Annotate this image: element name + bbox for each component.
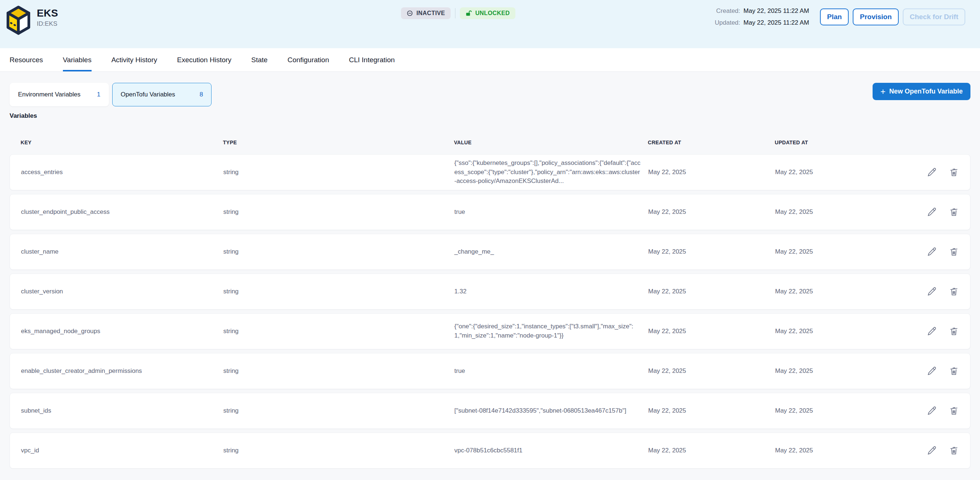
edit-variable-button[interactable] bbox=[927, 247, 937, 257]
variable-type: string bbox=[223, 248, 454, 255]
pencil-icon bbox=[927, 406, 937, 416]
plus-icon: + bbox=[880, 88, 885, 95]
tab-resources[interactable]: Resources bbox=[10, 48, 43, 72]
delete-variable-button[interactable] bbox=[949, 167, 959, 177]
table-row: enable_cluster_creator_admin_permissions… bbox=[10, 353, 970, 389]
row-actions bbox=[896, 167, 959, 177]
pencil-icon bbox=[927, 167, 937, 177]
row-actions bbox=[896, 445, 959, 456]
edit-variable-button[interactable] bbox=[927, 406, 937, 416]
variable-type: string bbox=[223, 367, 454, 375]
plan-button[interactable]: Plan bbox=[820, 8, 849, 26]
delete-variable-button[interactable] bbox=[949, 366, 959, 376]
variable-type: string bbox=[223, 169, 454, 176]
variables-page: Environment Variables 1 OpenTofu Variabl… bbox=[0, 72, 980, 469]
pencil-icon bbox=[927, 207, 937, 217]
row-actions bbox=[896, 326, 959, 336]
variable-updated-at: May 22, 2025 bbox=[775, 248, 896, 255]
column-header-value: VALUE bbox=[454, 140, 648, 145]
variable-key: cluster_version bbox=[21, 288, 223, 295]
column-header-updated-at: UPDATED AT bbox=[775, 140, 896, 145]
variable-value: ["subnet-08f14e7142d333595","subnet-0680… bbox=[454, 407, 648, 416]
variable-type: string bbox=[223, 288, 454, 295]
unlocked-padlock-icon bbox=[465, 10, 472, 17]
variable-created-at: May 22, 2025 bbox=[648, 367, 775, 375]
row-actions bbox=[896, 366, 959, 376]
environment-variables-count: 1 bbox=[97, 91, 100, 98]
minus-circle-icon bbox=[406, 10, 413, 17]
variable-value: {"one":{"desired_size":1,"instance_types… bbox=[454, 322, 648, 340]
updated-value: May 22, 2025 11:22 AM bbox=[743, 19, 809, 27]
variables-section-title: Variables bbox=[10, 112, 970, 120]
variable-value: true bbox=[454, 207, 648, 217]
delete-variable-button[interactable] bbox=[949, 326, 959, 336]
variable-value: {"sso":{"kubernetes_groups":[],"policy_a… bbox=[454, 159, 648, 186]
variable-updated-at: May 22, 2025 bbox=[775, 208, 896, 216]
delete-variable-button[interactable] bbox=[949, 247, 959, 257]
edit-variable-button[interactable] bbox=[927, 286, 937, 297]
delete-variable-button[interactable] bbox=[949, 286, 959, 297]
tab-execution-history[interactable]: Execution History bbox=[177, 48, 231, 72]
row-actions bbox=[896, 207, 959, 217]
opentofu-cube-icon bbox=[6, 5, 31, 35]
trash-icon bbox=[949, 207, 959, 217]
tab-variables[interactable]: Variables bbox=[63, 48, 92, 72]
table-row: access_entries string {"sso":{"kubernete… bbox=[10, 154, 970, 190]
tab-activity-history[interactable]: Activity History bbox=[111, 48, 158, 72]
tab-configuration[interactable]: Configuration bbox=[287, 48, 329, 72]
trash-icon bbox=[949, 366, 959, 376]
pencil-icon bbox=[927, 366, 937, 376]
tab-state[interactable]: State bbox=[251, 48, 267, 72]
trash-icon bbox=[949, 247, 959, 257]
delete-variable-button[interactable] bbox=[949, 445, 959, 456]
updated-label: Updated: bbox=[715, 19, 740, 27]
timestamps: Created: May 22, 2025 11:22 AM Updated: … bbox=[715, 7, 809, 27]
environment-tabbar: Resources Variables Activity History Exe… bbox=[0, 48, 980, 72]
provision-button[interactable]: Provision bbox=[853, 8, 899, 26]
new-opentofu-variable-label: New OpenTofu Variable bbox=[889, 88, 963, 95]
variable-created-at: May 22, 2025 bbox=[648, 288, 775, 295]
environment-id: ID:EKS bbox=[37, 20, 58, 28]
created-value: May 22, 2025 11:22 AM bbox=[743, 7, 809, 15]
column-header-type: TYPE bbox=[223, 140, 454, 145]
environment-identity: EKS ID:EKS bbox=[6, 5, 401, 35]
variable-created-at: May 22, 2025 bbox=[648, 248, 775, 255]
check-for-drift-button[interactable]: Check for Drift bbox=[903, 8, 965, 26]
edit-variable-button[interactable] bbox=[927, 366, 937, 376]
variable-updated-at: May 22, 2025 bbox=[775, 407, 896, 415]
edit-variable-button[interactable] bbox=[927, 207, 937, 217]
status-badge: INACTIVE bbox=[401, 7, 451, 19]
variable-value: true bbox=[454, 367, 648, 376]
variable-updated-at: May 22, 2025 bbox=[775, 169, 896, 176]
trash-icon bbox=[949, 406, 959, 416]
delete-variable-button[interactable] bbox=[949, 207, 959, 217]
status-badges: INACTIVE UNLOCKED bbox=[401, 7, 515, 19]
variable-updated-at: May 22, 2025 bbox=[775, 367, 896, 375]
variable-key: eks_managed_node_groups bbox=[21, 328, 223, 335]
edit-variable-button[interactable] bbox=[927, 326, 937, 336]
opentofu-variables-tab[interactable]: OpenTofu Variables 8 bbox=[112, 83, 212, 106]
edit-variable-button[interactable] bbox=[927, 445, 937, 456]
variable-value: 1.32 bbox=[454, 287, 648, 296]
variables-table: access_entries string {"sso":{"kubernete… bbox=[10, 154, 970, 469]
created-row: Created: May 22, 2025 11:22 AM bbox=[716, 7, 809, 15]
variable-type: string bbox=[223, 407, 454, 415]
header-right: Created: May 22, 2025 11:22 AM Updated: … bbox=[715, 5, 965, 27]
variable-key: access_entries bbox=[21, 169, 223, 176]
edit-variable-button[interactable] bbox=[927, 167, 937, 177]
variable-value: vpc-078b51c6cbc5581f1 bbox=[454, 446, 648, 455]
trash-icon bbox=[949, 326, 959, 336]
variable-updated-at: May 22, 2025 bbox=[775, 447, 896, 454]
variable-updated-at: May 22, 2025 bbox=[775, 328, 896, 335]
variable-value: _change_me_ bbox=[454, 247, 648, 257]
environment-variables-tab[interactable]: Environment Variables 1 bbox=[10, 83, 109, 106]
new-opentofu-variable-button[interactable]: + New OpenTofu Variable bbox=[873, 83, 970, 100]
variable-key: subnet_ids bbox=[21, 407, 223, 415]
table-row: cluster_name string _change_me_ May 22, … bbox=[10, 234, 970, 270]
badge-divider bbox=[455, 8, 455, 18]
delete-variable-button[interactable] bbox=[949, 406, 959, 416]
table-row: cluster_endpoint_public_access string tr… bbox=[10, 194, 970, 230]
table-row: cluster_version string 1.32 May 22, 2025… bbox=[10, 273, 970, 309]
variable-updated-at: May 22, 2025 bbox=[775, 288, 896, 295]
tab-cli-integration[interactable]: CLI Integration bbox=[349, 48, 395, 72]
